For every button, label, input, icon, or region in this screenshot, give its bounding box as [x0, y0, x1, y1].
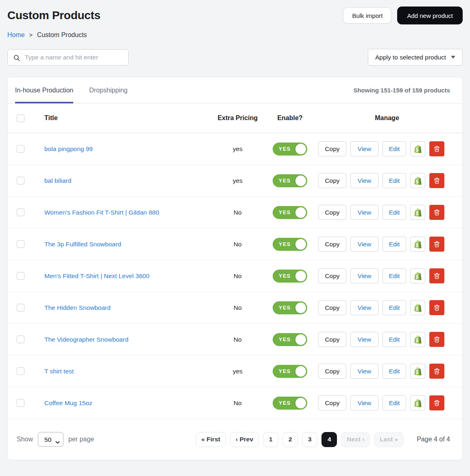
copy-button[interactable]: Copy	[318, 395, 346, 410]
enable-toggle[interactable]: YES	[273, 174, 307, 187]
trash-icon	[433, 240, 441, 248]
edit-button[interactable]: Edit	[383, 300, 406, 315]
breadcrumb-home-link[interactable]: Home	[7, 31, 25, 39]
delete-button[interactable]	[429, 332, 444, 347]
view-button[interactable]: View	[350, 300, 378, 315]
per-page-select[interactable]: 50	[38, 432, 63, 447]
row-checkbox[interactable]	[17, 208, 24, 216]
edit-button[interactable]: Edit	[383, 141, 406, 156]
copy-button[interactable]: Copy	[318, 364, 346, 379]
pagination-button[interactable]: 2	[282, 432, 298, 447]
view-button[interactable]: View	[350, 395, 378, 410]
product-title-link[interactable]: Men's Fitted T-Shirt | Next Level 3600	[44, 272, 149, 279]
pagination-button[interactable]: ‹ Prev	[230, 432, 259, 447]
view-button[interactable]: View	[350, 332, 378, 347]
shopify-button[interactable]	[410, 237, 425, 252]
copy-button[interactable]: Copy	[318, 141, 346, 156]
extra-pricing-value: yes	[233, 145, 243, 152]
row-checkbox[interactable]	[17, 336, 24, 343]
view-button[interactable]: View	[350, 205, 378, 220]
pagination-button[interactable]: 3	[302, 432, 317, 447]
toggle-on-label: YES	[279, 305, 291, 311]
delete-button[interactable]	[429, 205, 444, 220]
product-title-link[interactable]: The Videographer Snowboard	[44, 336, 129, 343]
toggle-knob	[295, 239, 306, 250]
copy-button[interactable]: Copy	[318, 205, 346, 220]
delete-button[interactable]	[429, 141, 444, 156]
enable-toggle[interactable]: YES	[273, 206, 307, 219]
search-input[interactable]	[8, 50, 128, 65]
enable-toggle[interactable]: YES	[273, 270, 307, 283]
row-checkbox[interactable]	[17, 272, 24, 280]
row-checkbox[interactable]	[17, 177, 24, 184]
column-header-manage: Manage	[312, 114, 462, 122]
pagination-button[interactable]: 1	[263, 432, 278, 447]
delete-button[interactable]	[429, 395, 444, 410]
product-title-link[interactable]: Coffee Mug 15oz	[44, 399, 92, 406]
edit-button[interactable]: Edit	[383, 332, 406, 347]
edit-button[interactable]: Edit	[383, 395, 406, 410]
enable-toggle[interactable]: YES	[273, 397, 307, 410]
shopify-button[interactable]	[410, 268, 425, 283]
edit-button[interactable]: Edit	[383, 364, 406, 379]
shopify-button[interactable]	[410, 364, 425, 379]
extra-pricing-value: No	[234, 272, 242, 279]
row-checkbox[interactable]	[17, 240, 24, 248]
view-button[interactable]: View	[350, 173, 378, 188]
table-row: The 3p Fulfilled Snowboard No YES Copy V…	[8, 228, 462, 260]
apply-to-selected-dropdown[interactable]: Apply to selected product	[368, 49, 463, 66]
edit-button[interactable]: Edit	[383, 237, 406, 252]
row-checkbox[interactable]	[17, 304, 24, 311]
enable-toggle[interactable]: YES	[273, 365, 307, 378]
view-button[interactable]: View	[350, 237, 378, 252]
toggle-knob	[295, 207, 306, 218]
row-checkbox[interactable]	[17, 399, 24, 407]
table-body: bola pingpong 99 yes YES Copy View Edit	[8, 133, 462, 419]
delete-button[interactable]	[429, 173, 444, 188]
product-title-link[interactable]: bola pingpong 99	[44, 145, 93, 152]
enable-toggle[interactable]: YES	[273, 333, 307, 346]
delete-button[interactable]	[429, 364, 444, 379]
product-title-link[interactable]: bal biliard	[44, 177, 71, 184]
shopify-button[interactable]	[410, 395, 425, 410]
enable-toggle[interactable]: YES	[273, 238, 307, 251]
shopify-icon	[414, 177, 422, 185]
delete-button[interactable]	[429, 300, 444, 315]
edit-button[interactable]: Edit	[383, 173, 406, 188]
copy-button[interactable]: Copy	[318, 268, 346, 283]
pagination-button[interactable]: « First	[196, 432, 226, 447]
trash-icon	[433, 304, 441, 311]
copy-button[interactable]: Copy	[318, 300, 346, 315]
delete-button[interactable]	[429, 268, 444, 283]
shopify-button[interactable]	[410, 300, 425, 315]
view-button[interactable]: View	[350, 141, 378, 156]
shopify-button[interactable]	[410, 141, 425, 156]
column-header-title: Title	[37, 114, 207, 122]
row-checkbox[interactable]	[17, 145, 24, 153]
shopify-icon	[414, 240, 422, 248]
tab-dropshipping[interactable]: Dropshipping	[89, 77, 127, 103]
product-title-link[interactable]: T shirt test	[44, 368, 74, 375]
delete-button[interactable]	[429, 237, 444, 252]
view-button[interactable]: View	[350, 268, 378, 283]
shopify-button[interactable]	[410, 173, 425, 188]
edit-button[interactable]: Edit	[383, 268, 406, 283]
shopify-button[interactable]	[410, 332, 425, 347]
enable-toggle[interactable]: YES	[273, 301, 307, 314]
tab-in-house-production[interactable]: In-house Production	[15, 77, 73, 103]
enable-toggle[interactable]: YES	[273, 143, 307, 156]
view-button[interactable]: View	[350, 364, 378, 379]
bulk-import-button[interactable]: Bulk import	[343, 7, 391, 24]
edit-button[interactable]: Edit	[383, 205, 406, 220]
shopify-icon	[414, 208, 422, 217]
add-new-product-button[interactable]: Add new product	[397, 7, 463, 24]
product-title-link[interactable]: The 3p Fulfilled Snowboard	[44, 241, 121, 248]
row-checkbox[interactable]	[17, 367, 24, 375]
product-title-link[interactable]: Women's Fashion Fit T-Shirt | Gildan 880	[44, 209, 159, 216]
copy-button[interactable]: Copy	[318, 237, 346, 252]
product-title-link[interactable]: The Hidden Snowboard	[44, 304, 111, 311]
copy-button[interactable]: Copy	[318, 173, 346, 188]
shopify-button[interactable]	[410, 205, 425, 220]
copy-button[interactable]: Copy	[318, 332, 346, 347]
select-all-checkbox[interactable]	[17, 114, 24, 122]
